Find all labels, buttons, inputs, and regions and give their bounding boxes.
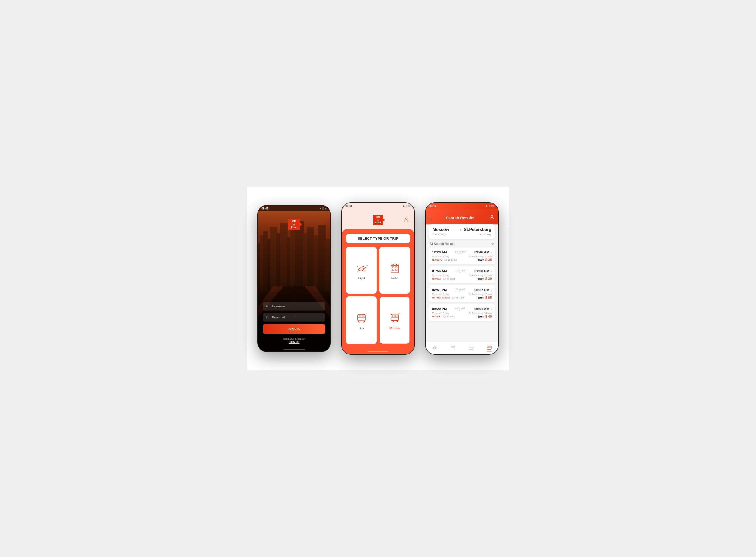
phone-login: 09:41 ▲ ||| ▮ ON the R xyxy=(257,205,331,352)
password-field[interactable]: Password xyxy=(263,313,325,322)
logo-container: ON the Road xyxy=(373,215,383,225)
svg-rect-56 xyxy=(443,278,445,280)
result-chevron-1: › xyxy=(491,251,492,254)
filter-icon[interactable] xyxy=(491,241,495,246)
svg-point-19 xyxy=(267,305,268,306)
user-icon xyxy=(266,304,269,309)
nav-hotel-icon xyxy=(450,346,456,350)
svg-rect-28 xyxy=(392,269,394,271)
search-results-screen: 09:41 ▲ ||| ▮▮▮ ‹ Search Results xyxy=(426,203,498,354)
route-arrow xyxy=(451,230,462,230)
result-time-row-3: 02:51 PM 3 h 46 min 06:37 PM › xyxy=(432,288,492,292)
user-profile-icon[interactable] xyxy=(404,217,409,223)
trip-card-train[interactable]: ✦ ✦ Train xyxy=(379,296,410,344)
home-bar xyxy=(284,349,305,350)
battery-icon-3: ▮▮▮ xyxy=(491,205,495,207)
result-item-4[interactable]: 09:20 PM 9 h 45 min 05:01 AM › Moscow 17… xyxy=(429,304,495,321)
lock-icon xyxy=(266,316,269,319)
result-from-date-1: Moscow 17 May xyxy=(432,255,449,258)
logo-road: Road xyxy=(291,226,297,229)
result-number-2: № 030A xyxy=(432,277,441,280)
result-seats-3: 33 seats xyxy=(450,296,478,299)
svg-text:✦: ✦ xyxy=(390,264,391,265)
bus-label: Bus xyxy=(359,326,364,330)
wifi-icon: ▲ xyxy=(319,207,321,210)
svg-point-52 xyxy=(491,215,493,217)
nav-hotel[interactable] xyxy=(448,344,458,353)
app-logo: ON the Road xyxy=(288,218,300,230)
svg-rect-27 xyxy=(396,266,397,268)
result-time-row-4: 09:20 PM 9 h 45 min 05:01 AM › xyxy=(432,307,492,311)
svg-rect-25 xyxy=(391,265,399,273)
result-from-date-3: Moscow 17 May xyxy=(432,293,449,296)
svg-rect-62 xyxy=(443,316,445,317)
signal-icon: ||| xyxy=(322,207,324,210)
phone2-home-bar xyxy=(342,349,414,354)
svg-point-76 xyxy=(487,350,489,350)
svg-point-72 xyxy=(470,350,470,350)
result-time-row-2: 01:56 AM 11 h 4 min 01:00 PM › xyxy=(432,269,492,273)
svg-rect-65 xyxy=(451,347,455,350)
logo-arrow xyxy=(383,218,385,222)
result-price-4: from $ 40 xyxy=(478,315,492,318)
signin-button[interactable]: Sign In xyxy=(263,324,325,334)
result-to-date-1: St.Petersburg 17 May xyxy=(469,255,492,258)
status-time-3: 09:41 xyxy=(430,204,436,207)
phone-select-trip: 09:41 ▲ ||| ▮▮ xyxy=(341,202,415,355)
train-radio xyxy=(389,327,392,329)
svg-point-38 xyxy=(358,321,360,322)
result-item-3[interactable]: 02:51 PM 3 h 46 min 06:37 PM › Moscow 17… xyxy=(429,285,495,302)
trip-card-bus[interactable]: ✦ ✦ Bus xyxy=(346,296,377,344)
phone2-logo: ON the Road xyxy=(373,215,383,225)
trip-card-flight[interactable]: ✦ ✦ ✦ Flight xyxy=(346,247,377,293)
trip-card-hotel[interactable]: ✦ ✦ Hotel xyxy=(379,247,410,293)
signup-link[interactable]: SIGN UP xyxy=(263,341,325,344)
username-field[interactable]: Username xyxy=(263,302,325,311)
result-date-row-1: Moscow 17 May St.Petersburg 17 May xyxy=(432,255,492,258)
results-count: 23 Search Results xyxy=(430,242,455,246)
wifi-icon-3: ▲ xyxy=(485,204,488,207)
hotel-icon-area: ✦ ✦ xyxy=(387,261,403,274)
signal-icon-3: ||| xyxy=(489,205,490,207)
status-icons-3: ▲ ||| ▮▮▮ xyxy=(485,204,495,207)
result-chevron-2: › xyxy=(491,269,492,273)
to-date: Fri, 18 May xyxy=(479,233,491,236)
result-chevron-4: › xyxy=(491,307,492,311)
svg-rect-78 xyxy=(488,347,489,347)
nav-flight[interactable] xyxy=(430,344,440,353)
results-list: 12:20 AM 9 h 45 min 09:46 AM › Moscow 17… xyxy=(426,247,498,342)
nav-bus[interactable] xyxy=(466,344,476,353)
svg-rect-36 xyxy=(359,315,361,317)
logo-sign: ON the Road xyxy=(288,218,300,230)
result-item-1[interactable]: 12:20 AM 9 h 45 min 09:46 AM › Moscow 17… xyxy=(429,247,495,264)
result-to-date-4: St.Petersburg 18 May xyxy=(469,312,492,315)
svg-rect-66 xyxy=(452,347,453,348)
nav-bus-icon xyxy=(468,346,474,350)
svg-rect-26 xyxy=(392,266,394,268)
logo-block: ON the Road xyxy=(373,215,383,225)
result-depart-1: 12:20 AM xyxy=(432,250,447,254)
duration-2: 11 h 4 min xyxy=(447,269,475,273)
svg-text:✦: ✦ xyxy=(398,313,400,315)
back-button[interactable]: ‹ xyxy=(430,215,431,221)
nav-train[interactable] xyxy=(484,344,494,353)
svg-text:✦: ✦ xyxy=(366,264,368,267)
svg-text:✦: ✦ xyxy=(390,313,391,315)
svg-point-48 xyxy=(396,321,398,322)
bus-icon-area: ✦ ✦ xyxy=(354,311,369,324)
svg-point-47 xyxy=(392,321,393,322)
from-city: Moscow xyxy=(433,227,449,232)
wifi-icon-2: ▲ xyxy=(403,204,405,207)
profile-icon-3[interactable] xyxy=(489,214,495,221)
result-item-2[interactable]: 01:56 AM 11 h 4 min 01:00 PM › Moscow 17… xyxy=(429,266,495,283)
home-bar-line-2 xyxy=(368,351,388,352)
svg-line-30 xyxy=(391,264,395,265)
result-date-row-2: Moscow 17 May St.Petersburg 17 May xyxy=(432,274,492,277)
result-arrive-4: 05:01 AM xyxy=(474,307,489,311)
result-depart-4: 09:20 PM xyxy=(432,307,447,311)
result-from-date-2: Moscow 17 May xyxy=(432,274,449,277)
svg-rect-37 xyxy=(362,315,364,317)
search-results-title: Search Results xyxy=(446,215,474,220)
result-number-4: № 122C xyxy=(432,315,441,318)
result-time-row-1: 12:20 AM 9 h 45 min 09:46 AM › xyxy=(432,250,492,254)
